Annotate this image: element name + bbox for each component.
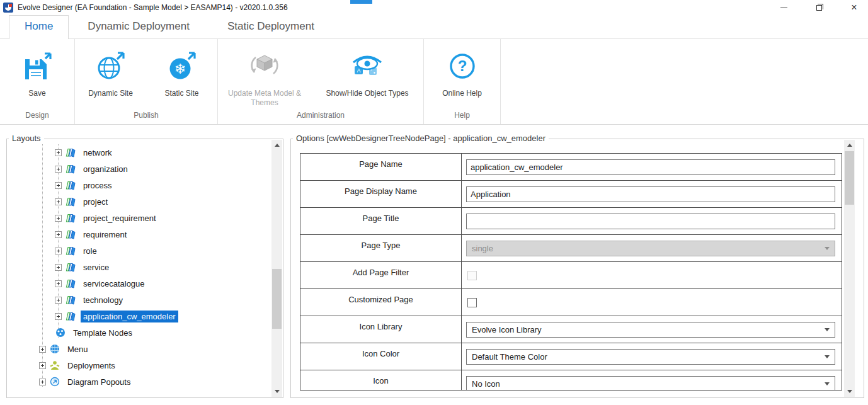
- tree-item-template-nodes[interactable]: Template Nodes: [8, 324, 269, 341]
- expand-plus-icon[interactable]: [55, 313, 62, 320]
- expand-plus-icon[interactable]: [39, 346, 46, 353]
- layouts-scrollbar-thumb[interactable]: [272, 269, 282, 329]
- options-scrollbar[interactable]: [844, 140, 855, 397]
- layouts-scrollbar[interactable]: [271, 140, 282, 397]
- tree-item-organization[interactable]: organization: [8, 161, 269, 177]
- expand-plus-icon[interactable]: [39, 379, 46, 385]
- tree-item-label: project: [81, 196, 110, 208]
- field-value-cell: Default Theme Color: [462, 343, 842, 370]
- save-button[interactable]: Save: [6, 44, 69, 98]
- tab-static-deployment[interactable]: Static Deployment: [208, 16, 333, 38]
- expand-plus-icon[interactable]: [55, 215, 62, 222]
- layout-pages-icon: [65, 311, 77, 321]
- tree-item-project[interactable]: project: [8, 193, 269, 210]
- field-label: Page Display Name: [300, 181, 462, 207]
- tree-item-label: network: [81, 147, 115, 159]
- chevron-down-icon: [825, 355, 830, 358]
- online-help-button[interactable]: ? Online Help: [431, 44, 494, 98]
- minimize-button[interactable]: [779, 1, 789, 14]
- tree-item-application-cw-emodeler[interactable]: application_cw_emodeler: [8, 308, 269, 324]
- tree-item-network[interactable]: network: [8, 144, 269, 161]
- field-label: Page Title: [300, 208, 462, 234]
- static-site-icon: ❄: [167, 45, 197, 87]
- tree-item-role[interactable]: role: [8, 242, 269, 259]
- dynamic-site-button-label: Dynamic Site: [88, 89, 133, 98]
- restore-icon: [816, 5, 822, 11]
- layout-pages-icon: [65, 262, 77, 272]
- layout-pages-icon: [65, 246, 77, 256]
- scroll-up-icon[interactable]: [271, 140, 282, 151]
- form-row-page-name: Page Name: [300, 154, 842, 181]
- field-value-cell: [462, 181, 842, 207]
- tree-item-process[interactable]: process: [8, 177, 269, 193]
- chevron-down-icon: [825, 247, 830, 250]
- field-value-cell: No Icon: [462, 370, 842, 391]
- show-hide-object-types-button[interactable]: A Show/Hide Object Types: [319, 44, 416, 98]
- page-display-name-input[interactable]: [466, 186, 835, 202]
- expand-plus-icon[interactable]: [55, 166, 62, 173]
- expand-plus-icon[interactable]: [55, 248, 62, 254]
- tree-item-service[interactable]: service: [8, 259, 269, 275]
- icon-select[interactable]: No Icon: [466, 376, 835, 391]
- select-value: No Icon: [472, 379, 500, 389]
- template-nodes-icon: [55, 328, 67, 338]
- field-value-cell: Evolve Icon Library: [462, 316, 842, 343]
- form-row-page-type: Page Typesingle: [300, 235, 842, 262]
- chevron-down-icon: [825, 328, 830, 331]
- dynamic-site-button[interactable]: Dynamic Site: [79, 44, 142, 98]
- page-name-input[interactable]: [466, 159, 835, 175]
- page-title-input[interactable]: [466, 214, 835, 229]
- scroll-down-icon[interactable]: [844, 386, 855, 397]
- expand-plus-icon[interactable]: [55, 297, 62, 304]
- minimize-icon: [780, 8, 787, 8]
- ribbon-group-help-label: Help: [424, 109, 500, 124]
- tab-home[interactable]: Home: [9, 15, 69, 39]
- customized-page-checkbox[interactable]: [467, 298, 477, 307]
- app-logo-icon: [3, 3, 13, 13]
- tab-dynamic-deployment[interactable]: Dynamic Deployment: [69, 16, 208, 38]
- tree-item-project-requirement[interactable]: project_requirement: [8, 210, 269, 226]
- tree-item-menu[interactable]: Menu: [8, 341, 269, 357]
- tree-item-servicecatalogue[interactable]: servicecatalogue: [8, 275, 269, 292]
- tree-item-label: technology: [81, 294, 125, 306]
- tree-item-deployments[interactable]: Deployments: [8, 357, 269, 374]
- window-title: Evolve Designer (EA Foundation - Sample …: [18, 3, 288, 12]
- field-label: Icon: [300, 370, 462, 391]
- field-label: Page Type: [300, 235, 462, 261]
- form-row-icon-color: Icon ColorDefault Theme Color: [300, 343, 842, 370]
- ribbon-group-design: Save Design: [0, 39, 75, 124]
- tree-item-technology[interactable]: technology: [8, 292, 269, 308]
- close-button[interactable]: ×: [849, 1, 859, 14]
- expand-plus-icon[interactable]: [39, 362, 46, 369]
- layouts-panel-title: Layouts: [9, 134, 44, 143]
- field-label: Icon Color: [300, 343, 462, 370]
- expand-plus-icon[interactable]: [55, 198, 62, 205]
- svg-text:?: ?: [457, 57, 467, 74]
- static-site-button-label: Static Site: [164, 89, 198, 98]
- scroll-down-icon[interactable]: [271, 386, 282, 397]
- static-site-button[interactable]: ❄ Static Site: [151, 44, 214, 98]
- expand-plus-icon[interactable]: [55, 231, 62, 238]
- options-scrollbar-thumb[interactable]: [845, 151, 854, 205]
- form-row-add-page-filter: Add Page Filter: [300, 262, 842, 289]
- add-page-filter-checkbox: [467, 271, 477, 280]
- ribbon-group-publish: Dynamic Site ❄ Static Site Publish: [75, 39, 218, 124]
- title-bar: Evolve Designer (EA Foundation - Sample …: [0, 0, 868, 15]
- page-type-select: single: [466, 241, 835, 256]
- icon-color-select[interactable]: Default Theme Color: [466, 349, 835, 365]
- tree-item-requirement[interactable]: requirement: [8, 226, 269, 242]
- online-help-icon: ?: [447, 45, 477, 87]
- tree-item-diagram-popouts[interactable]: Diagram Popouts: [8, 374, 269, 390]
- icon-library-select[interactable]: Evolve Icon Library: [466, 322, 835, 338]
- field-label: Page Name: [300, 154, 462, 180]
- scroll-up-icon[interactable]: [844, 140, 855, 151]
- expand-plus-icon[interactable]: [55, 264, 62, 271]
- maximize-button[interactable]: [814, 1, 824, 14]
- expand-plus-icon[interactable]: [55, 280, 62, 287]
- expand-plus-icon[interactable]: [55, 182, 62, 189]
- form-row-icon-library: Icon LibraryEvolve Icon Library: [300, 316, 842, 343]
- ribbon-group-publish-label: Publish: [75, 109, 217, 124]
- ribbon-group-administration-label: Administration: [218, 109, 423, 124]
- expand-plus-icon[interactable]: [55, 149, 62, 156]
- form-row-page-title: Page Title: [300, 208, 842, 235]
